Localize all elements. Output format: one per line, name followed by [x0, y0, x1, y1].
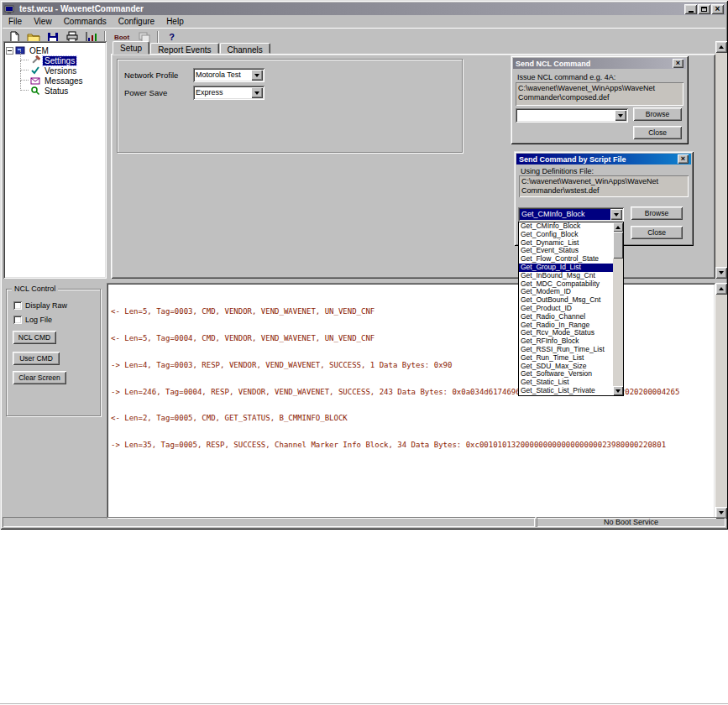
ncl-command-combobox[interactable]	[516, 108, 628, 123]
tree-pane: OEM Settings Versions	[3, 41, 107, 279]
arrow-up-icon	[615, 226, 621, 229]
ncl-browse-button[interactable]: Browse	[633, 107, 682, 121]
menu-help[interactable]: Help	[160, 17, 190, 26]
close-icon[interactable]: ×	[678, 154, 689, 164]
dropdown-item[interactable]: Get_Config_Block	[519, 231, 613, 239]
script-browse-button[interactable]: Browse	[631, 206, 683, 220]
script-dialog-title: Send Command by Script File	[519, 155, 626, 164]
menu-commands[interactable]: Commands	[58, 17, 113, 26]
ncl-cmd-button-label: NCL CMD	[18, 333, 50, 342]
power-save-dropdown-button[interactable]	[251, 87, 263, 98]
scroll-up-button[interactable]	[715, 283, 727, 295]
settings-icon	[30, 55, 40, 65]
dropdown-item[interactable]: Get_Radio_In_Range	[519, 321, 613, 330]
clear-screen-button-label: Clear Screen	[18, 373, 60, 382]
send-ncl-dialog-titlebar[interactable]: Send NCL Command ×	[513, 58, 686, 69]
log-area[interactable]: <- Len=5, Tag=0003, CMD, VENDOR, VEND_WA…	[107, 283, 715, 519]
display-raw-checkbox[interactable]	[13, 301, 22, 310]
dropdown-item[interactable]: Get_Flow_Control_State	[519, 255, 613, 264]
dropdown-item[interactable]: Get_Run_Time_List	[519, 354, 613, 363]
dropdown-item[interactable]: Get_RSSI_Run_Time_List	[519, 346, 613, 354]
send-ncl-command-dialog: Send NCL Command × Issue NCL command e.g…	[511, 55, 689, 144]
tree-item-settings-label[interactable]: Settings	[43, 56, 76, 65]
menu-configure[interactable]: Configure	[113, 17, 160, 26]
scroll-up-button[interactable]	[613, 222, 623, 232]
menu-view[interactable]: View	[28, 17, 58, 26]
display-raw-checkbox-row[interactable]: Display Raw	[13, 301, 67, 310]
close-button[interactable]: ×	[711, 4, 724, 14]
tree-root-label[interactable]: OEM	[28, 46, 50, 55]
ncl-cmd-button[interactable]: NCL CMD	[13, 331, 56, 344]
user-cmd-button[interactable]: User CMD	[13, 352, 60, 365]
titlebar[interactable]: test.wcu - WavenetCommander ×	[3, 3, 725, 15]
dropdown-item[interactable]: Get_InBound_Msg_Cnt	[519, 272, 613, 280]
tab-setup[interactable]: Setup	[113, 41, 149, 55]
dropdown-item[interactable]: Get_RFInfo_Block	[519, 337, 613, 346]
menu-file[interactable]: File	[3, 17, 28, 26]
page: test.wcu - WavenetCommander × File View …	[0, 0, 728, 705]
network-profile-combobox[interactable]: Motorola Test	[193, 68, 264, 82]
dropdown-item[interactable]: Get_Radio_Channel	[519, 313, 613, 321]
scroll-up-button[interactable]	[715, 41, 727, 53]
send-command-script-dialog: Send Command by Script File × Using Defi…	[514, 151, 694, 246]
dropdown-item[interactable]: Get_Modem_ID	[519, 288, 613, 296]
maximize-button[interactable]	[698, 4, 710, 14]
ncl-path-box: C:\wavenet\Wavenet_WinApps\WaveNet Comma…	[516, 82, 683, 106]
network-profile-dropdown-button[interactable]	[251, 70, 263, 81]
power-save-combobox[interactable]: Express	[193, 86, 264, 100]
ncl-close-button[interactable]: Close	[633, 126, 682, 139]
script-dialog-titlebar[interactable]: Send Command by Script File ×	[516, 154, 691, 164]
dropdown-item[interactable]: Get_MDC_Compatability	[519, 280, 613, 289]
tab-row: Setup Report Events Channels	[113, 41, 271, 55]
dropdown-item[interactable]: Get_OutBound_Msg_Cnt	[519, 296, 613, 305]
tree-item-versions-label[interactable]: Versions	[43, 66, 78, 76]
scroll-down-button[interactable]	[715, 267, 727, 279]
script-command-value: Get_CMInfo_Block	[520, 209, 610, 220]
arrow-down-icon	[719, 511, 724, 514]
close-icon[interactable]: ×	[673, 59, 683, 68]
dropdown-item[interactable]: Get_SDU_Max_Size	[519, 363, 613, 371]
dropdown-scrollbar[interactable]	[613, 222, 623, 395]
scroll-down-button[interactable]	[613, 386, 623, 395]
ncl-browse-button-label: Browse	[646, 110, 669, 118]
dropdown-item[interactable]: Get_Rcv_Mode_Status	[519, 329, 613, 337]
minimize-button[interactable]	[684, 4, 697, 14]
log-scrollbar[interactable]	[715, 283, 727, 519]
tree-connector	[20, 81, 29, 91]
tab-channels[interactable]: Channels	[220, 43, 270, 54]
dropdown-item[interactable]: Get_Dynamic_List	[519, 239, 613, 248]
script-command-dropdown-button[interactable]	[610, 209, 622, 220]
dropdown-item[interactable]: Get_Static_List_Private	[519, 387, 613, 395]
dropdown-item-selected[interactable]: Get_Group_Id_List	[519, 264, 613, 272]
tree-item-status[interactable]: Status	[6, 86, 104, 96]
ncl-command-dropdown-button[interactable]	[615, 110, 626, 121]
scrollbar-thumb[interactable]	[613, 232, 623, 258]
script-command-combobox[interactable]: Get_CMInfo_Block	[518, 207, 624, 222]
collapse-expander-icon[interactable]	[6, 47, 13, 55]
definitions-file-label: Using Definitions File:	[521, 167, 594, 175]
dropdown-item[interactable]: Get_Static_List	[519, 379, 613, 387]
display-raw-label: Display Raw	[25, 301, 67, 310]
arrow-down-icon	[615, 389, 621, 393]
top-pane-scrollbar[interactable]	[715, 41, 727, 279]
dropdown-item[interactable]: Get_Product_ID	[519, 305, 613, 313]
script-close-button[interactable]: Close	[631, 226, 683, 239]
versions-icon	[30, 65, 40, 76]
dropdown-item[interactable]: Get_CMInfo_Block	[519, 222, 613, 231]
tree-item-messages-label[interactable]: Messages	[43, 76, 85, 86]
definitions-path-box: C:\wavenet\Wavenet_WinApps\WaveNet Comma…	[519, 175, 689, 197]
command-dropdown-list[interactable]: Get_CMInfo_Block Get_Config_Block Get_Dy…	[518, 222, 624, 396]
dropdown-item[interactable]: Get_Software_Version	[519, 370, 613, 379]
tree-item-status-label[interactable]: Status	[43, 86, 70, 96]
tab-report-events[interactable]: Report Events	[150, 43, 218, 54]
clear-screen-button[interactable]: Clear Screen	[13, 371, 66, 384]
definitions-path-text: C:\wavenet\Wavenet_WinApps\WaveNet Comma…	[521, 177, 658, 195]
log-line: <- Len=2, Tag=0005, CMD, GET_STATUS, B_C…	[111, 414, 711, 423]
command-dropdown-items: Get_CMInfo_Block Get_Config_Block Get_Dy…	[519, 222, 613, 395]
app-icon	[4, 4, 14, 14]
log-file-checkbox[interactable]	[13, 316, 22, 324]
arrow-up-icon	[719, 45, 724, 49]
chevron-down-icon	[254, 91, 259, 95]
log-file-checkbox-row[interactable]: Log File	[13, 316, 52, 324]
dropdown-item[interactable]: Get_Event_Status	[519, 247, 613, 255]
